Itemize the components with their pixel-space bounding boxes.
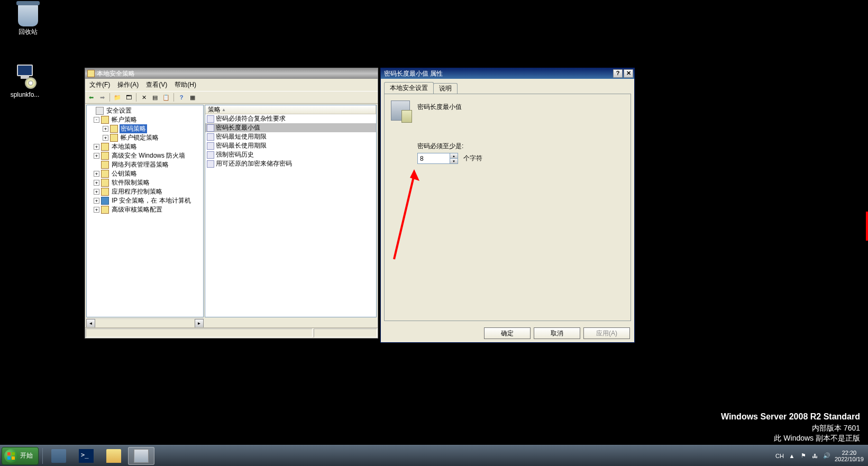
up-button[interactable]: 📁 <box>113 93 122 102</box>
mmc-titlebar[interactable]: 本地安全策略 <box>85 68 378 79</box>
mmc-app-icon <box>87 70 95 77</box>
language-indicator[interactable]: CH <box>775 453 784 459</box>
menu-view[interactable]: 查看(V) <box>143 79 170 90</box>
expand-icon[interactable]: + <box>94 198 99 204</box>
tree-ipsec[interactable]: +IP 安全策略，在 本地计算机 <box>92 196 203 205</box>
menu-help[interactable]: 帮助(H) <box>171 79 199 90</box>
separator <box>136 93 136 102</box>
list-body[interactable]: 密码必须符合复杂性要求 密码长度最小值 密码最短使用期限 密码最长使用期限 强制… <box>205 114 376 317</box>
task-powershell[interactable] <box>73 447 99 465</box>
scroll-right-button[interactable]: ► <box>195 319 204 328</box>
scroll-left-button[interactable]: ◄ <box>86 319 95 328</box>
tray-action-center-icon[interactable]: ⚑ <box>800 452 807 460</box>
delete-button[interactable]: ✕ <box>139 93 149 102</box>
start-button[interactable]: 开始 <box>2 447 39 465</box>
computer-cd-icon <box>12 65 38 90</box>
tree-adv-firewall[interactable]: +高级安全 Windows 防火墙 <box>92 151 203 160</box>
task-explorer[interactable] <box>100 447 127 465</box>
tray-volume-icon[interactable]: 🔊 <box>823 452 830 460</box>
password-min-length-properties-dialog: 密码长度最小值 属性 ? ✕ 本地安全设置 说明 密码长度最小值 密码必须至少是… <box>380 68 635 343</box>
task-server-manager[interactable] <box>45 447 72 465</box>
unit-label: 个字符 <box>463 154 482 163</box>
policy-item-icon <box>207 124 214 132</box>
folder-icon <box>101 170 109 178</box>
min-length-input[interactable] <box>418 153 450 163</box>
tray-network-icon[interactable]: 🖧 <box>811 452 819 460</box>
expand-icon[interactable]: + <box>94 189 99 195</box>
list-header[interactable]: 策略▲ <box>205 105 376 114</box>
folder-icon <box>101 206 109 214</box>
min-length-spinner[interactable]: ▲ ▼ <box>417 153 458 164</box>
export-button[interactable]: 📋 <box>161 93 171 102</box>
tree-public-key[interactable]: +公钥策略 <box>92 169 203 178</box>
prompt-label: 密码必须至少是: <box>417 142 624 151</box>
menu-action[interactable]: 操作(A) <box>114 79 142 90</box>
activation-warning: Windows Server 2008 R2 Standard 内部版本 760… <box>721 411 860 444</box>
list-item[interactable]: 用可还原的加密来储存密码 <box>205 159 376 168</box>
globe-icon <box>101 197 109 205</box>
list-item[interactable]: 密码必须符合复杂性要求 <box>205 114 376 123</box>
expand-icon[interactable]: + <box>94 207 99 213</box>
back-button[interactable]: ⬅ <box>86 93 96 102</box>
tree-pane[interactable]: 安全设置 -帐户策略 +密码策略 +帐户锁定策略 +本地策略 +高级安全 Win… <box>86 105 204 317</box>
expand-icon[interactable]: + <box>103 126 108 132</box>
trash-icon <box>18 4 38 26</box>
properties-button[interactable]: ▤ <box>150 93 160 102</box>
expand-icon[interactable]: + <box>94 144 99 150</box>
menu-file[interactable]: 文件(F) <box>86 79 113 90</box>
policy-heading: 密码长度最小值 <box>417 100 462 112</box>
recycle-bin[interactable]: 回收站 <box>10 4 47 36</box>
expand-icon[interactable]: + <box>94 180 99 186</box>
help-button[interactable]: ? <box>613 69 623 78</box>
svg-rect-3 <box>12 452 15 455</box>
policy-item-icon <box>207 151 214 159</box>
tree-adv-audit[interactable]: +高级审核策略配置 <box>92 205 203 214</box>
tree-password-policy[interactable]: +密码策略 <box>101 124 203 133</box>
tree-software-restrict[interactable]: +软件限制策略 <box>92 178 203 187</box>
tray-chevron-up-icon[interactable]: ▲ <box>788 452 796 460</box>
apply-button[interactable]: 应用(A) <box>583 327 630 339</box>
folder-icon <box>101 188 109 196</box>
list-item[interactable]: 密码最长使用期限 <box>205 141 376 150</box>
tree-lockout-policy[interactable]: +帐户锁定策略 <box>101 133 203 142</box>
tree-account-policy[interactable]: -帐户策略 <box>92 115 203 124</box>
refresh-button[interactable]: ▦ <box>188 93 197 102</box>
forward-button[interactable]: ➡ <box>97 93 107 102</box>
policy-list-pane: 策略▲ 密码必须符合复杂性要求 密码长度最小值 密码最短使用期限 密码最长使用期… <box>205 105 377 317</box>
tree-root[interactable]: 安全设置 <box>87 106 203 115</box>
folder-icon <box>101 161 109 169</box>
expand-icon[interactable]: + <box>94 153 99 159</box>
local-security-policy-window: 本地安全策略 文件(F) 操作(A) 查看(V) 帮助(H) ⬅ ➡ 📁 🗔 ✕… <box>85 68 378 339</box>
expand-icon[interactable]: + <box>103 135 108 141</box>
list-item[interactable]: 密码长度最小值 <box>205 123 376 132</box>
task-secpol[interactable] <box>128 447 154 465</box>
tree-app-control[interactable]: +应用程序控制策略 <box>92 187 203 196</box>
tab-local-setting[interactable]: 本地安全设置 <box>384 82 434 94</box>
column-policy[interactable]: 策略▲ <box>205 105 376 114</box>
ok-button[interactable]: 确定 <box>484 327 531 339</box>
tree-network-list[interactable]: 网络列表管理器策略 <box>92 160 203 169</box>
cancel-button[interactable]: 取消 <box>534 327 580 339</box>
tree-hscroll[interactable]: ◄► <box>86 318 204 327</box>
expand-icon[interactable]: + <box>94 171 99 177</box>
tree-local-policy[interactable]: +本地策略 <box>92 142 203 151</box>
list-item[interactable]: 密码最短使用期限 <box>205 132 376 141</box>
separator <box>42 448 43 464</box>
show-hide-tree-button[interactable]: 🗔 <box>124 93 133 102</box>
svg-rect-4 <box>7 456 11 460</box>
spin-down-button[interactable]: ▼ <box>450 159 458 163</box>
windows-logo-icon <box>4 449 18 463</box>
tray-clock[interactable]: 22:20 2022/10/19 <box>835 450 864 462</box>
list-item[interactable]: 强制密码历史 <box>205 150 376 159</box>
dialog-titlebar[interactable]: 密码长度最小值 属性 ? ✕ <box>381 68 634 79</box>
help-button[interactable]: ? <box>177 93 186 102</box>
tab-explain[interactable]: 说明 <box>433 83 458 94</box>
spin-up-button[interactable]: ▲ <box>450 153 458 159</box>
splunk-shortcut[interactable]: splunkfo... <box>6 63 43 98</box>
mmc-title: 本地安全策略 <box>97 69 135 78</box>
folder-icon <box>101 179 109 187</box>
collapse-icon[interactable]: - <box>94 117 99 123</box>
dialog-button-row: 确定 取消 应用(A) <box>381 324 634 342</box>
close-button[interactable]: ✕ <box>624 69 633 78</box>
folder-icon <box>110 125 118 133</box>
